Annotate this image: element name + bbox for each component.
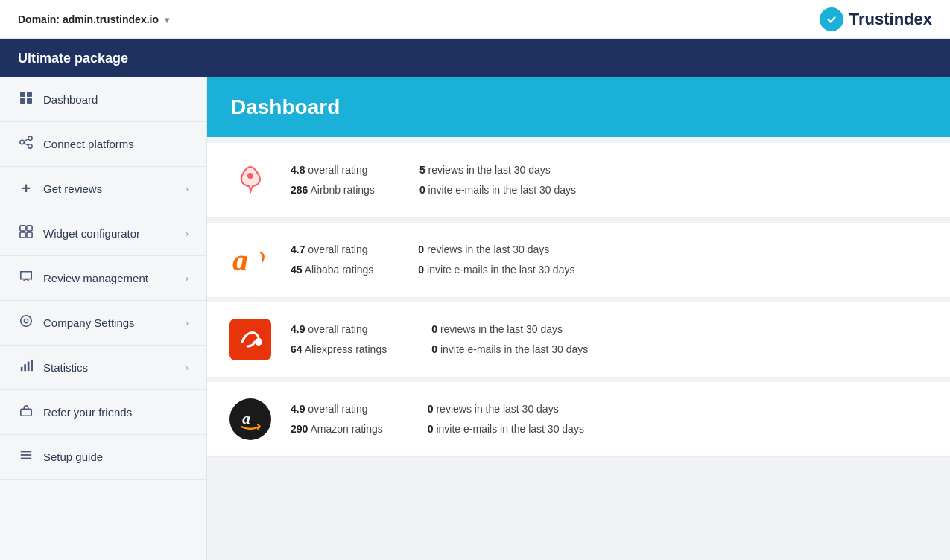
sidebar-item-dashboard[interactable]: Dashboard [0,77,206,122]
svg-rect-3 [20,98,25,104]
sidebar-item-refer-friends[interactable]: Refer your friends [0,390,206,435]
aliexpress-emails: 0 invite e-mails in the last 30 days [431,342,588,357]
sidebar-item-setup-guide[interactable]: Setup guide [0,435,206,480]
domain-arrow: ▾ [165,15,169,25]
sidebar-item-label: Connect platforms [43,138,134,150]
airbnb-count: 286 Airbnb ratings [291,182,375,198]
svg-line-9 [24,143,28,145]
chevron-icon: › [186,183,189,194]
svg-text:a: a [242,409,250,427]
domain-value: admin.trustindex.io [63,13,159,25]
topbar: Domain: admin.trustindex.io ▾ Trustindex [0,0,950,39]
chevron-icon: › [186,317,189,328]
package-banner: Ultimate package [0,39,950,77]
sidebar-item-widget-configurator[interactable]: Widget configurator › [0,211,206,256]
amazon-reviews: 0 reviews in the last 30 days [428,401,584,417]
sidebar-item-label: Setup guide [43,451,103,463]
aliexpress-reviews: 0 reviews in the last 30 days [431,322,588,337]
alibaba-count: 45 Alibaba ratings [291,262,373,278]
airbnb-info: 4.8 overall rating 286 Airbnb ratings 5 … [291,162,929,198]
sidebar-item-company-settings[interactable]: Company Settings › [0,301,206,346]
sidebar-item-label: Refer your friends [43,406,132,419]
logo-text: Trustindex [849,10,932,29]
sidebar-item-label: Dashboard [43,93,98,106]
amazon-rating: 4.9 overall rating [291,401,383,417]
aliexpress-info: 4.9 overall rating 64 Aliexpress ratings… [291,322,929,357]
sidebar-item-label: Get reviews [43,182,102,195]
svg-point-5 [20,140,24,144]
svg-rect-4 [27,98,32,104]
alibaba-emails: 0 invite e-mails in the last 30 days [418,262,574,278]
alibaba-reviews: 0 reviews in the last 30 days [418,242,574,258]
svg-rect-10 [20,226,25,231]
aliexpress-logo [228,317,273,362]
aliexpress-rating: 4.9 overall rating [291,322,387,337]
dashboard-header: Dashboard [207,77,950,137]
platform-card-airbnb: 4.8 overall rating 286 Airbnb ratings 5 … [207,143,950,218]
review-management-icon [18,270,34,287]
svg-point-15 [24,319,28,322]
svg-rect-12 [20,232,25,238]
airbnb-emails: 0 invite e-mails in the last 30 days [419,182,576,198]
platform-card-alibaba: a 4.7 overall rating 45 Alibaba ratings … [207,223,950,298]
svg-rect-11 [27,226,32,231]
svg-line-8 [24,139,28,141]
svg-rect-18 [28,362,30,372]
main-layout: Dashboard Connect platforms + Get review… [0,77,950,560]
alibaba-info: 4.7 overall rating 45 Alibaba ratings 0 … [291,242,929,278]
svg-rect-16 [21,367,23,371]
svg-text:a: a [232,243,248,277]
airbnb-logo [228,158,273,203]
svg-rect-13 [27,232,32,238]
svg-point-14 [21,316,31,326]
dashboard-title: Dashboard [231,95,340,118]
sidebar-item-connect-platforms[interactable]: Connect platforms [0,122,206,167]
airbnb-rating: 4.8 overall rating [291,162,375,178]
amazon-info: 4.9 overall rating 290 Amazon ratings 0 … [291,401,929,437]
main-content: Dashboard 4.8 overall rating 286 Airbnb … [207,77,950,560]
logo-icon [820,7,843,31]
svg-rect-20 [21,409,31,416]
chevron-icon: › [186,362,189,373]
platform-card-aliexpress: 4.9 overall rating 64 Aliexpress ratings… [207,302,950,378]
dashboard-icon [18,91,34,108]
sidebar-item-label: Review management [43,272,148,284]
svg-rect-19 [31,360,33,371]
svg-rect-1 [20,92,25,97]
sidebar-item-review-management[interactable]: Review management › [0,256,206,301]
connect-platforms-icon [18,136,34,153]
logo: Trustindex [820,7,932,31]
amazon-logo: a [228,397,273,442]
sidebar-item-label: Company Settings [43,316,135,329]
sidebar-item-get-reviews[interactable]: + Get reviews › [0,167,206,211]
sidebar-item-label: Widget configurator [43,227,140,240]
svg-rect-2 [27,92,32,97]
setup-guide-icon [18,448,34,465]
domain-selector[interactable]: Domain: admin.trustindex.io ▾ [18,13,169,25]
alibaba-rating: 4.7 overall rating [291,242,373,258]
sidebar-item-statistics[interactable]: Statistics › [0,346,206,390]
package-label: Ultimate package [18,51,128,66]
svg-point-0 [825,13,838,26]
chevron-icon: › [186,273,189,284]
chevron-icon: › [186,228,189,239]
domain-label: Domain: [18,13,60,25]
get-reviews-icon: + [18,180,34,197]
svg-point-6 [28,136,32,140]
statistics-icon [18,359,34,376]
aliexpress-count: 64 Aliexpress ratings [291,342,387,357]
airbnb-reviews: 5 reviews in the last 30 days [419,162,576,178]
amazon-emails: 0 invite e-mails in the last 30 days [428,421,584,437]
amazon-count: 290 Amazon ratings [291,421,383,437]
sidebar-item-label: Statistics [43,361,88,374]
svg-rect-17 [24,364,26,371]
refer-friends-icon [18,404,34,421]
widget-configurator-icon [18,225,34,242]
sidebar: Dashboard Connect platforms + Get review… [0,77,207,560]
svg-point-7 [28,144,32,148]
platform-card-amazon: a 4.9 overall rating 290 Amazon ratings [207,382,950,457]
alibaba-logo: a [228,238,273,282]
company-settings-icon [18,314,34,331]
